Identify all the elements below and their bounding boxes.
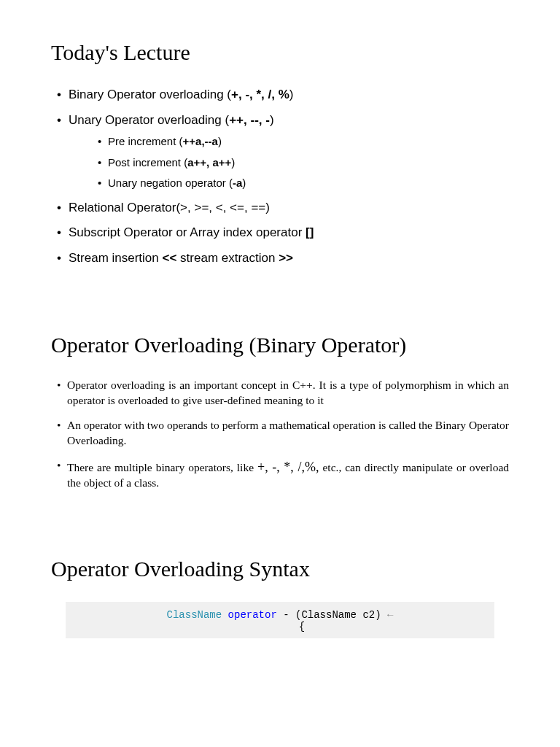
text-bold: -a <box>233 177 242 189</box>
point-two-operands: An operator with two operands to perform… <box>57 418 509 449</box>
unary-sublist: Pre increment (++a,--a) Post increment (… <box>69 133 509 192</box>
text-bold: [] <box>306 225 314 239</box>
code-syntax-box: ClassName operator - (ClassName c2) ← { <box>66 602 494 638</box>
text-part: ) <box>218 135 222 147</box>
text-bold: a++, a++ <box>187 156 231 169</box>
text-part: ) <box>289 88 294 101</box>
topic-unary-operator: Unary Operator overloading (++, --, -) P… <box>57 111 509 192</box>
text-part: Unary negation operator ( <box>108 177 233 189</box>
text-part: ) <box>231 156 235 169</box>
ops-text: +, -, *, /,%, <box>257 460 319 474</box>
code-line-2: { <box>66 621 494 632</box>
section-todays-lecture: Today's Lecture Binary Operator overload… <box>51 40 509 267</box>
subtopic-pre-increment: Pre increment (++a,--a) <box>98 133 509 150</box>
topic-subscript-operator: Subscript Operator or Array index operat… <box>57 223 509 242</box>
subtopic-post-increment: Post increment (a++, a++) <box>98 155 509 171</box>
code-keyword: operator <box>228 609 277 621</box>
heading-todays-lecture: Today's Lecture <box>51 40 509 65</box>
text-part: ) <box>242 177 246 189</box>
text-bold: << <box>163 251 177 265</box>
text-part: Subscript Operator or Array index operat… <box>69 225 306 239</box>
subtopic-unary-negation: Unary negation operator (-a) <box>98 175 509 192</box>
point-polymorphism: Operator overloading is an important con… <box>57 378 509 409</box>
text-part: Post increment ( <box>108 156 187 169</box>
text-part: Binary Operator overloading ( <box>69 88 231 101</box>
text-part: Stream insertion <box>69 251 163 265</box>
heading-syntax: Operator Overloading Syntax <box>51 557 509 581</box>
topic-binary-operator: Binary Operator overloading (+, -, *, /,… <box>57 85 509 104</box>
heading-binary-operator: Operator Overloading (Binary Operator) <box>51 333 509 357</box>
arrow-icon: ← <box>387 609 393 621</box>
code-classname: ClassName <box>167 609 222 621</box>
lecture-topics-list: Binary Operator overloading (+, -, *, /,… <box>51 85 509 267</box>
section-binary-operator: Operator Overloading (Binary Operator) O… <box>51 333 509 491</box>
point-multiple-operators: There are multiple binary operators, lik… <box>57 458 509 491</box>
text-part: stream extraction <box>176 251 279 265</box>
code-brace: { <box>299 621 305 632</box>
topic-stream-insertion: Stream insertion << stream extraction >> <box>57 249 509 268</box>
text-part: ) <box>270 113 274 127</box>
text-bold: ++, --, - <box>229 113 270 127</box>
text-bold: >> <box>279 251 293 265</box>
text-bold: ++a,--a <box>183 135 218 147</box>
code-line-1: ClassName operator - (ClassName c2) ← <box>66 609 494 621</box>
topic-relational-operator: Relational Operator(>, >=, <, <=, ==) <box>57 198 509 217</box>
text-part: Pre increment ( <box>108 135 183 147</box>
code-rest: - (ClassName c2) <box>277 609 387 621</box>
section-syntax: Operator Overloading Syntax ClassName op… <box>51 557 509 638</box>
text-bold: +, -, *, /, % <box>231 88 289 101</box>
text-part: There are multiple binary operators, lik… <box>67 461 257 473</box>
binary-operator-list: Operator overloading is an important con… <box>51 378 509 491</box>
text-part: Unary Operator overloading ( <box>69 113 229 127</box>
